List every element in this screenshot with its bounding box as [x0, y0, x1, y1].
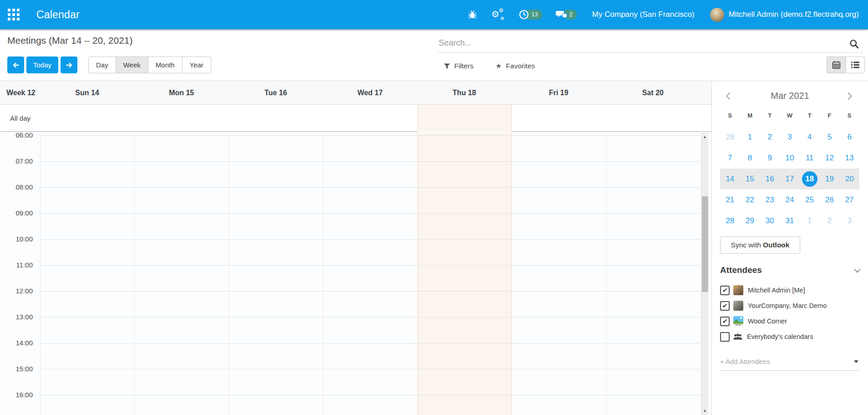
minical-date: 11	[802, 150, 817, 166]
activities-menu-button[interactable]: 13	[518, 9, 542, 20]
favorites-menu[interactable]: ★ Favorites	[495, 62, 535, 70]
hour-gridline	[39, 265, 700, 266]
minical-date-cell[interactable]: 13	[839, 148, 859, 169]
minical-date-cell[interactable]: 23	[760, 190, 780, 210]
attendee-row[interactable]: Everybody's calendars	[720, 329, 859, 344]
minical-date-cell[interactable]: 17	[780, 169, 800, 190]
minical-date-cell[interactable]: 9	[760, 148, 780, 169]
minical-date-cell[interactable]: 30	[760, 210, 780, 231]
apps-grid-icon	[8, 9, 20, 20]
apps-menu-button[interactable]	[0, 0, 27, 29]
today-button[interactable]: Today	[26, 56, 58, 73]
control-panel: Meetings (Mar 14 – 20, 2021) Today DayWe…	[0, 29, 868, 81]
minical-weekday: S	[720, 112, 740, 119]
messages-menu-button[interactable]: 2	[556, 10, 577, 20]
app-title[interactable]: Calendar	[36, 9, 80, 21]
view-scale-month[interactable]: Month	[148, 56, 183, 73]
hour-label: 12:00	[0, 287, 33, 296]
minical-title: Mar 2021	[712, 91, 868, 101]
minical-date-cell[interactable]: 26	[820, 190, 840, 210]
minical-date-cell[interactable]: 20	[839, 169, 859, 190]
minical-date-cell[interactable]: 27	[839, 190, 859, 210]
minical-date-cell[interactable]: 14	[720, 169, 740, 190]
filters-menu[interactable]: Filters	[444, 62, 473, 70]
minical-date-cell[interactable]: 16	[760, 169, 780, 190]
minical-date-cell[interactable]: 7	[720, 148, 740, 169]
minical-date-cell[interactable]: 18	[800, 169, 820, 190]
arrow-left-icon	[12, 61, 20, 69]
minical-date-cell[interactable]: 31	[780, 210, 800, 231]
minical-date-cell[interactable]: 5	[820, 127, 840, 148]
minical-date-cell[interactable]: 22	[740, 190, 760, 210]
minical-date-cell[interactable]: 2	[820, 210, 840, 231]
minical-date-cell[interactable]: 29	[740, 210, 760, 231]
view-scale-year[interactable]: Year	[183, 56, 211, 73]
minical-date-cell[interactable]: 12	[820, 148, 840, 169]
attendees-title: Attendees	[720, 265, 762, 275]
scroll-up-arrow[interactable]: ▲	[701, 135, 708, 139]
minical-date: 21	[722, 192, 738, 208]
minical-date-cell[interactable]: 19	[820, 169, 840, 190]
minical-date-cell[interactable]: 24	[780, 190, 800, 210]
attendee-row[interactable]: ✔YourCompany, Marc Demo	[720, 298, 859, 313]
checkbox-checked[interactable]: ✔	[720, 286, 730, 295]
debug-menu-button[interactable]	[467, 9, 477, 20]
day-header-cell: Tue 16	[228, 81, 323, 104]
sync-outlook-button[interactable]: Sync with Outlook	[720, 236, 800, 254]
hour-label: 16:00	[0, 390, 33, 400]
minical-weekday: T	[760, 112, 780, 119]
company-switcher[interactable]: My Company (San Francisco)	[592, 10, 695, 19]
minical-week-row: 78910111213	[720, 148, 859, 169]
technical-settings-button[interactable]: ⚙⚙⚙	[491, 8, 505, 21]
minical-date-cell[interactable]: 1	[740, 127, 760, 148]
user-avatar	[710, 8, 724, 22]
calendar-view-icon	[832, 61, 841, 69]
search-input[interactable]	[438, 35, 863, 53]
minical-week-row: 28123456	[720, 127, 859, 148]
user-menu[interactable]: Mitchell Admin (demo.f2.flectrahq.org)	[710, 8, 859, 22]
calendar-view-button[interactable]	[827, 56, 846, 73]
minical-date-cell[interactable]: 1	[800, 210, 820, 231]
checkbox-unchecked[interactable]	[720, 332, 730, 342]
minical-date-cell[interactable]: 11	[800, 148, 820, 169]
view-scale-week[interactable]: Week	[116, 56, 148, 73]
minical-date-cell[interactable]: 6	[839, 127, 859, 148]
minical-date: 17	[782, 171, 797, 187]
checkbox-checked[interactable]: ✔	[720, 317, 730, 326]
minical-date-cell[interactable]: 25	[800, 190, 820, 210]
add-attendees-input[interactable]: + Add Attendees	[720, 356, 859, 371]
star-icon: ★	[495, 62, 502, 70]
time-grid[interactable]: 06:0007:0008:0009:0010:0011:0012:0013:00…	[0, 133, 711, 415]
minical-date-cell[interactable]: 8	[740, 148, 760, 169]
grid-scrollbar[interactable]: ▲ ▼	[701, 133, 708, 415]
prev-week-button[interactable]	[7, 56, 24, 73]
next-week-button[interactable]	[61, 56, 77, 73]
caret-down-icon[interactable]	[854, 360, 858, 363]
minical-weekday: W	[780, 112, 800, 119]
minical-date: 4	[802, 129, 817, 145]
minical-date-cell[interactable]: 2	[760, 127, 780, 148]
search-icon[interactable]	[849, 39, 859, 49]
minical-date: 25	[802, 192, 817, 208]
chevron-down-icon[interactable]	[854, 269, 861, 273]
scrollbar-thumb[interactable]	[702, 196, 708, 292]
minical-date-cell[interactable]: 10	[780, 148, 800, 169]
minical-next-button[interactable]	[848, 92, 853, 100]
favorites-label: Favorites	[506, 62, 535, 70]
checkbox-checked[interactable]: ✔	[720, 301, 730, 311]
list-view-button[interactable]	[846, 56, 865, 73]
scroll-down-arrow[interactable]: ▼	[701, 409, 708, 413]
minical-date-cell[interactable]: 3	[839, 210, 859, 231]
minical-date-cell[interactable]: 3	[780, 127, 800, 148]
attendee-row[interactable]: ✔Mitchell Admin [Me]	[720, 282, 859, 298]
view-scale-day[interactable]: Day	[88, 56, 116, 73]
hour-label: 09:00	[0, 209, 33, 218]
minical-date-cell[interactable]: 21	[720, 190, 740, 210]
minical-date-cell[interactable]: 15	[740, 169, 760, 190]
attendee-row[interactable]: ✔Wood Corner	[720, 313, 859, 329]
minical-date: 1	[802, 213, 817, 229]
minical-weekday: F	[820, 112, 840, 119]
minical-date-cell[interactable]: 28	[720, 210, 740, 231]
minical-date-cell[interactable]: 28	[720, 127, 740, 148]
minical-date-cell[interactable]: 4	[800, 127, 820, 148]
